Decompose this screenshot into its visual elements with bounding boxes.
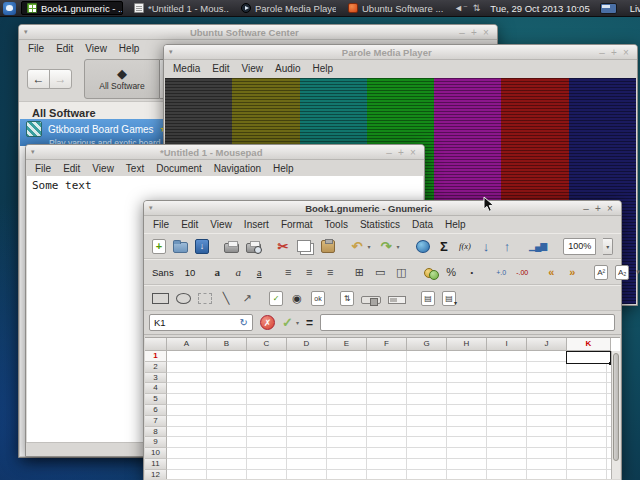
slider-tool-icon[interactable] xyxy=(361,296,381,304)
mousepad-titlebar[interactable]: ▾ *Untitled 1 - Mousepad ‒ + × xyxy=(26,145,424,160)
column-header[interactable]: E xyxy=(327,338,367,351)
menu-item[interactable]: File xyxy=(153,219,169,230)
menu-item[interactable]: Tools xyxy=(325,219,348,230)
sort-descending-icon[interactable]: ↑ xyxy=(500,239,514,254)
combobox-tool-icon[interactable]: ▤ xyxy=(442,291,456,306)
menu-item[interactable]: Help xyxy=(313,63,334,74)
clock[interactable]: Tue, 29 Oct 2013 10:05 xyxy=(490,3,589,14)
menu-item[interactable]: Edit xyxy=(212,63,229,74)
split-cells-icon[interactable]: ◫ xyxy=(394,265,408,280)
vertical-scrollbar[interactable] xyxy=(611,351,620,479)
function-icon[interactable]: f(x) xyxy=(458,239,472,254)
print-icon[interactable] xyxy=(224,243,239,253)
taskbar-button-mousepad[interactable]: *Untitled 1 - Mous... xyxy=(128,1,230,15)
column-header[interactable]: J xyxy=(527,338,567,351)
taskbar-button-gnumeric[interactable]: Book1.gnumeric - ... xyxy=(21,1,123,15)
copy-icon[interactable] xyxy=(297,240,311,252)
column-header[interactable]: D xyxy=(287,338,327,351)
thousands-separator-icon[interactable]: · xyxy=(465,265,479,280)
menu-item[interactable]: Edit xyxy=(56,43,73,54)
font-name-combo[interactable]: Sans xyxy=(152,267,176,278)
list-tool-icon[interactable]: ▤ xyxy=(421,291,435,306)
zoom-level-input[interactable]: 100% xyxy=(563,238,596,255)
increase-decimals-icon[interactable]: +.0 xyxy=(494,265,508,280)
font-size-combo[interactable]: 10 xyxy=(185,267,196,278)
cut-icon[interactable]: ✂ xyxy=(276,239,290,254)
radio-button-tool-icon[interactable]: ◉ xyxy=(290,291,304,306)
all-software-button[interactable]: ◆ All Software xyxy=(84,59,160,99)
accept-dropdown-icon[interactable]: ▾ xyxy=(296,319,299,326)
scrollbar-tool-icon[interactable] xyxy=(388,296,406,304)
superscript-icon[interactable]: A² xyxy=(594,265,608,280)
maximize-icon[interactable]: + xyxy=(608,47,620,58)
bold-icon[interactable]: a xyxy=(210,265,224,280)
column-header[interactable]: H xyxy=(447,338,487,351)
column-header[interactable]: A xyxy=(167,338,207,351)
applications-menu-icon[interactable] xyxy=(3,2,16,15)
sum-icon[interactable]: Σ xyxy=(437,239,451,254)
close-icon[interactable]: × xyxy=(604,203,616,214)
workspace-switcher[interactable] xyxy=(600,3,617,14)
subscript-icon[interactable]: A₂ xyxy=(615,265,629,280)
row-header[interactable]: 2 xyxy=(145,362,167,373)
undo-icon[interactable]: ↶ xyxy=(350,239,364,254)
formula-input[interactable] xyxy=(320,314,615,331)
gnumeric-titlebar[interactable]: ▾ Book1.gnumeric - Gnumeric ‒ + × xyxy=(144,201,621,216)
increase-indent-icon[interactable]: » xyxy=(565,265,579,280)
window-menu-icon[interactable]: ▾ xyxy=(31,148,35,156)
row-header[interactable]: 10 xyxy=(145,448,167,459)
align-right-icon[interactable]: ≡ xyxy=(323,265,337,280)
cell-name-box[interactable]: K1 ↻ xyxy=(149,314,253,331)
percent-icon[interactable]: % xyxy=(444,265,458,280)
sort-ascending-icon[interactable]: ↓ xyxy=(479,239,493,254)
window-menu-icon[interactable]: ▾ xyxy=(149,204,153,212)
minimize-icon[interactable]: ‒ xyxy=(596,47,608,58)
menu-item[interactable]: Format xyxy=(281,219,313,230)
scrollbar-thumb[interactable] xyxy=(613,353,619,461)
close-icon[interactable]: × xyxy=(480,27,492,38)
row-header[interactable]: 4 xyxy=(145,383,167,394)
menu-item[interactable]: Help xyxy=(273,163,294,174)
align-left-icon[interactable]: ≡ xyxy=(281,265,295,280)
menu-item[interactable]: Help xyxy=(119,43,140,54)
taskbar-button-software-center[interactable]: Ubuntu Software ... xyxy=(342,1,444,15)
menu-item[interactable]: Insert xyxy=(244,219,269,230)
merge-cells-icon[interactable]: ▭ xyxy=(373,265,387,280)
user-menu[interactable]: Live session user xyxy=(630,3,640,14)
new-file-icon[interactable]: + xyxy=(152,239,166,254)
cancel-entry-button[interactable]: ✗ xyxy=(260,315,275,330)
arrow-tool-icon[interactable]: ↗ xyxy=(240,291,254,306)
underline-icon[interactable]: a xyxy=(252,265,266,280)
frame-tool-icon[interactable] xyxy=(198,293,212,304)
close-icon[interactable]: × xyxy=(620,47,632,58)
row-header[interactable]: 9 xyxy=(145,437,167,448)
center-across-icon[interactable]: ⊞ xyxy=(352,265,366,280)
window-menu-icon[interactable]: ▾ xyxy=(24,28,28,36)
maximize-icon[interactable]: + xyxy=(395,147,407,158)
menu-item[interactable]: View xyxy=(85,43,107,54)
line-tool-icon[interactable]: ╲ xyxy=(219,291,233,306)
menu-item[interactable]: File xyxy=(28,43,44,54)
menu-item[interactable]: Audio xyxy=(275,63,301,74)
column-header[interactable]: G xyxy=(407,338,447,351)
redo-menu-icon[interactable]: ▾ xyxy=(395,239,401,254)
close-icon[interactable]: × xyxy=(407,147,419,158)
chart-icon[interactable]: ▁▄▆ xyxy=(529,239,546,254)
zoom-dropdown-icon[interactable]: ▾ xyxy=(603,238,613,255)
print-preview-icon[interactable] xyxy=(246,243,261,253)
maximize-icon[interactable]: + xyxy=(468,27,480,38)
network-icon[interactable]: ⇅ xyxy=(473,3,481,13)
decrease-decimals-icon[interactable]: -.00 xyxy=(515,265,529,280)
parole-titlebar[interactable]: ▾ Parole Media Player ‒ + × xyxy=(164,45,637,60)
minimize-icon[interactable]: ‒ xyxy=(383,147,395,158)
equals-button[interactable]: = xyxy=(306,316,313,330)
selected-cell-k1[interactable] xyxy=(566,351,611,364)
row-header[interactable]: 12 xyxy=(145,470,167,479)
paste-icon[interactable] xyxy=(321,240,335,253)
select-all-corner[interactable] xyxy=(145,338,167,351)
rectangle-tool-icon[interactable] xyxy=(152,293,169,304)
menu-item[interactable]: View xyxy=(210,219,232,230)
menu-item[interactable]: File xyxy=(35,163,51,174)
button-tool-icon[interactable]: ok xyxy=(311,291,325,306)
row-header[interactable]: 1 xyxy=(145,351,167,362)
